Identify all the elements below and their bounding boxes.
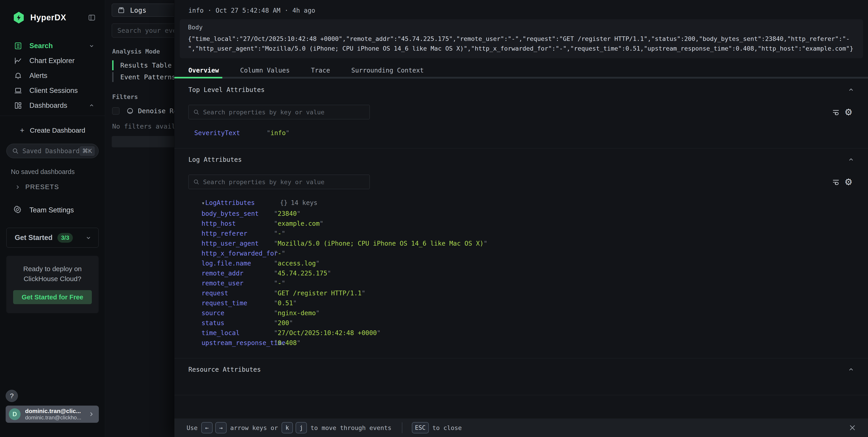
attribute-key[interactable]: http_host [202, 220, 274, 227]
hyperdx-logo-icon [13, 12, 24, 24]
sidebar-item-alerts[interactable]: Alerts [0, 68, 105, 83]
attribute-key[interactable]: status [202, 319, 274, 327]
log-attributes-search-box[interactable] [188, 175, 370, 189]
collapse-section-button[interactable] [847, 86, 855, 94]
log-attributes-search-input[interactable] [203, 178, 365, 186]
event-header: info · Oct 27 5:42:48 AM · 4h ago [174, 0, 868, 14]
attribute-row: remote_addr 45.74.225.175 [188, 270, 855, 279]
collapse-section-button[interactable] [847, 366, 855, 373]
top-level-search-box[interactable] [188, 105, 370, 119]
wrap-lines-button[interactable] [830, 175, 842, 188]
event-timestamp: Oct 27 5:42:48 AM [216, 7, 280, 14]
create-dashboard-button[interactable]: + Create Dashboard [0, 116, 105, 135]
attributes-settings-button[interactable]: ⚙ [842, 175, 855, 188]
attributes-settings-button[interactable]: ⚙ [842, 106, 855, 119]
presets-label: PRESETS [25, 183, 59, 191]
attribute-key[interactable]: remote_addr [202, 270, 274, 277]
tab-trace[interactable]: Trace [311, 67, 330, 74]
attribute-key[interactable]: remote_user [202, 279, 274, 287]
attribute-value[interactable]: GET /register HTTP/1.1 [274, 290, 366, 297]
attribute-row: http_referer - [188, 230, 855, 240]
attribute-value[interactable]: 200 [274, 319, 293, 327]
attribute-row: request_time 0.51 [188, 299, 855, 309]
panel-toggle-icon [88, 13, 96, 22]
attribute-key[interactable]: SeverityText [194, 129, 267, 137]
attribute-value[interactable]: info [267, 129, 289, 137]
attribute-row: time_local 27/Oct/2025:10:42:48 +0000 [188, 329, 855, 339]
attribute-value[interactable]: 27/Oct/2025:10:42:48 +0000 [274, 329, 381, 337]
get-started-dropdown[interactable]: Get Started 3/3 [6, 228, 99, 248]
active-indicator [112, 60, 114, 70]
keys-count-badge: {} 14 keys [280, 199, 317, 206]
tab-strip [174, 77, 868, 78]
attribute-row: request GET /register HTTP/1.1 [188, 290, 855, 299]
attribute-key[interactable]: request_time [202, 299, 274, 307]
sidebar-item-label: Search [29, 42, 53, 50]
sidebar-item-label: Alerts [29, 72, 47, 80]
attribute-key[interactable]: log.file.name [202, 260, 274, 267]
attribute-key[interactable]: http_x_forwarded_for [202, 250, 274, 257]
wrap-lines-button[interactable] [830, 106, 842, 119]
attribute-value[interactable]: example.com [274, 220, 323, 227]
attribute-value[interactable]: nginx-demo [274, 309, 319, 317]
attribute-value[interactable]: 0.51 [274, 299, 297, 307]
tab-overview[interactable]: Overview [188, 67, 219, 74]
user-menu[interactable]: D dominic.tran@clic... dominic.tran@clic… [6, 406, 99, 423]
top-level-search-input[interactable] [203, 109, 365, 116]
chevron-down-icon [88, 42, 95, 49]
attribute-key[interactable]: source [202, 309, 274, 317]
attribute-row: log.file.name access.log [188, 260, 855, 270]
attribute-value[interactable]: 0.408 [274, 339, 301, 347]
attribute-value[interactable]: - [274, 279, 285, 287]
inactive-indicator [112, 72, 114, 82]
tab-column-values[interactable]: Column Values [240, 67, 290, 74]
attribute-value[interactable]: 23840 [274, 210, 301, 217]
denoise-icon [126, 107, 134, 115]
attribute-value[interactable]: - [274, 250, 285, 257]
sidebar-collapse-button[interactable] [88, 13, 96, 22]
chevron-right-icon [88, 411, 95, 417]
source-label: Logs [130, 6, 146, 14]
keys-count-text: 14 keys [291, 199, 317, 206]
attribute-value[interactable]: 45.74.225.175 [274, 270, 331, 277]
brand-title: HyperDX [30, 13, 88, 22]
attribute-value[interactable]: access.log [274, 260, 319, 267]
tree-root-key[interactable]: ▾LogAttributes [202, 199, 280, 206]
footer-arrow-keys-text: arrow keys or [230, 424, 278, 431]
attribute-row: upstream_response_time 0.408 [188, 339, 855, 349]
attribute-value[interactable]: - [274, 230, 285, 237]
tab-surrounding-context[interactable]: Surrounding Context [351, 67, 424, 74]
get-started-progress-badge: 3/3 [57, 233, 73, 243]
body-label: Body [188, 24, 855, 31]
attribute-key[interactable]: http_user_agent [202, 240, 274, 247]
sidebar-item-team-settings[interactable]: Team Settings [0, 191, 105, 215]
sidebar-item-label: Chart Explorer [29, 57, 74, 65]
sidebar-item-search[interactable]: Search [0, 38, 105, 53]
body-box: Body {"time_local":"27/Oct/2025:10:42:48… [180, 19, 863, 58]
user-texts: dominic.tran@clic... dominic.tran@clickh… [25, 408, 88, 421]
denoise-checkbox[interactable] [112, 107, 119, 114]
attribute-key[interactable]: http_referer [202, 230, 274, 237]
collapse-section-button[interactable] [847, 156, 855, 163]
sidebar-item-client-sessions[interactable]: Client Sessions [0, 83, 105, 98]
attribute-key[interactable]: time_local [202, 329, 274, 337]
no-saved-dashboards-text: No saved dashboards [0, 158, 105, 175]
sidebar-item-chart-explorer[interactable]: Chart Explorer [0, 53, 105, 68]
archive-box-icon [117, 6, 125, 14]
attribute-key[interactable]: request [202, 290, 274, 297]
section-title: Log Attributes [188, 156, 847, 163]
saved-dashboards-search[interactable]: ⌘K [6, 144, 99, 158]
presets-toggle[interactable]: PRESETS [0, 175, 105, 191]
attribute-row: http_x_forwarded_for - [188, 250, 855, 260]
attribute-value[interactable]: Mozilla/5.0 (iPhone; CPU iPhone OS 14_6 … [274, 240, 487, 247]
saved-dashboards-input[interactable] [22, 147, 80, 155]
close-panel-button[interactable] [847, 422, 858, 433]
get-started-free-button[interactable]: Get Started for Free [13, 290, 92, 304]
attribute-key[interactable]: body_bytes_sent [202, 210, 274, 217]
attribute-key[interactable]: upstream_response_time [202, 339, 274, 347]
attribute-row: http_host example.com [188, 220, 855, 230]
help-button[interactable]: ? [6, 390, 18, 402]
arrow-right-key: → [215, 422, 227, 433]
sidebar-item-dashboards[interactable]: Dashboards [0, 98, 105, 113]
j-key: j [296, 422, 307, 433]
